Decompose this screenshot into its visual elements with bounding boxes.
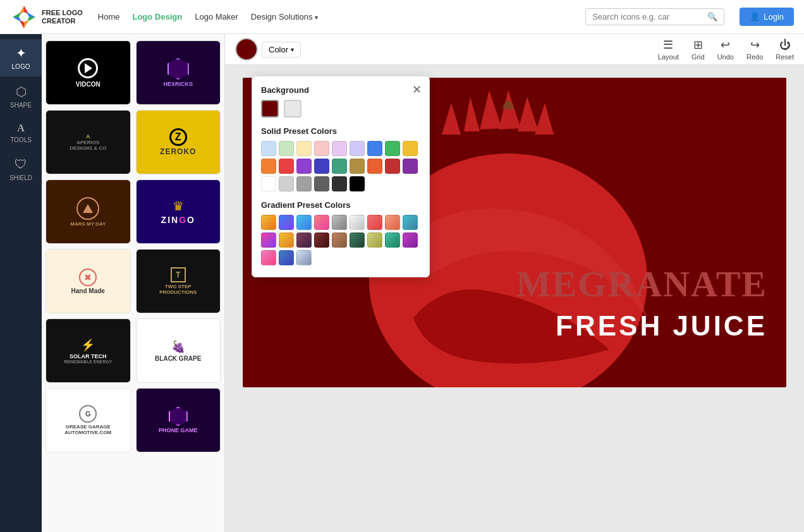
login-button[interactable]: 👤 Login: [740, 8, 794, 26]
undo-icon: ↩: [721, 38, 730, 52]
color-label-button[interactable]: Color ▾: [262, 42, 301, 57]
nav-home[interactable]: Home: [98, 12, 120, 21]
grid-icon: ⊞: [693, 38, 703, 52]
solid-color-dot[interactable]: [350, 159, 365, 174]
gradient-color-dot[interactable]: [261, 250, 276, 265]
search-bar[interactable]: 🔍: [585, 8, 724, 25]
template-grease[interactable]: G GREASE GARAGEAUTOMOTIVE.COM: [46, 388, 131, 452]
template-vidcon[interactable]: VIDCON: [46, 40, 131, 105]
nav-design-solutions[interactable]: Design Solutions ▾: [251, 12, 318, 21]
gradient-color-dot[interactable]: [350, 215, 365, 230]
template-blackgrape[interactable]: 🍇 BLACK GRAPE: [136, 318, 221, 383]
solid-color-dot[interactable]: [314, 141, 329, 156]
solid-color-dot[interactable]: [403, 159, 418, 174]
gradient-color-dot[interactable]: [296, 215, 312, 230]
gradient-color-dot[interactable]: [279, 215, 294, 230]
background-swatches: [261, 100, 420, 118]
solid-color-dot[interactable]: [350, 176, 365, 191]
solid-color-dot[interactable]: [261, 159, 276, 174]
gradient-color-dot[interactable]: [261, 233, 276, 248]
solid-color-dot[interactable]: [385, 141, 400, 156]
svg-marker-11: [464, 97, 480, 131]
template-handmade[interactable]: ✖ Hand Made: [46, 249, 131, 313]
gradient-color-dot[interactable]: [279, 233, 294, 248]
template-phonegame[interactable]: PHONE GAME: [136, 388, 221, 452]
template-zingo[interactable]: ♛ ZINGO: [136, 179, 221, 244]
popup-close-button[interactable]: ✕: [412, 83, 422, 97]
solid-colors-title: Solid Preset Colors: [261, 126, 420, 136]
solid-color-dot[interactable]: [296, 176, 312, 191]
solid-color-dot[interactable]: [296, 141, 312, 156]
undo-button[interactable]: ↩ Undo: [717, 38, 734, 61]
background-section-title: Background: [261, 85, 420, 95]
gradient-color-dot[interactable]: [314, 215, 329, 230]
template-zeroko[interactable]: Z ZEROKO: [136, 110, 221, 174]
solid-color-dot[interactable]: [332, 141, 347, 156]
svg-marker-13: [499, 90, 521, 130]
solid-color-dot[interactable]: [367, 159, 382, 174]
template-hexricks[interactable]: HEXRICKS: [136, 40, 221, 105]
gradient-color-dot[interactable]: [314, 233, 329, 248]
gradient-color-dot[interactable]: [332, 215, 347, 230]
gradient-color-dot[interactable]: [350, 233, 365, 248]
solid-color-dot[interactable]: [314, 159, 329, 174]
gradient-color-dot[interactable]: [332, 233, 347, 248]
gradient-color-dot[interactable]: [367, 233, 382, 248]
sidebar-item-logo[interactable]: ✦ LOGO: [0, 39, 42, 76]
solid-color-dot[interactable]: [261, 176, 276, 191]
template-solartech[interactable]: ⚡ SOLAR TECH RENEWABLE ENERGY: [46, 318, 131, 383]
solid-color-dot[interactable]: [279, 159, 294, 174]
template-mars[interactable]: MARS MY DAY: [46, 179, 131, 244]
solid-color-dot[interactable]: [261, 141, 276, 156]
reset-button[interactable]: ⏻ Reset: [776, 39, 794, 61]
nav-logo-design[interactable]: Logo Design: [132, 12, 182, 21]
solid-color-dot[interactable]: [350, 141, 365, 156]
solid-color-dot[interactable]: [367, 141, 382, 156]
solid-color-dot[interactable]: [332, 159, 347, 174]
templates-panel: VIDCON HEXRICKS A APERIOSDESIGNS &: [42, 34, 225, 532]
gradient-color-dot[interactable]: [261, 215, 276, 230]
reset-icon: ⏻: [779, 39, 791, 52]
shield-icon: 🛡: [15, 157, 27, 172]
layout-label: Layout: [658, 53, 679, 61]
gradient-color-dot[interactable]: [385, 215, 400, 230]
tools-icon: A: [17, 123, 25, 134]
gradient-color-dot[interactable]: [403, 215, 418, 230]
svg-point-9: [21, 14, 27, 20]
template-twostep[interactable]: T TWO STEPPRODUCTIONS: [136, 249, 221, 313]
canvas-toolbar: Color ▾ ☰ Layout ⊞ Grid ↩ Undo ↪: [225, 34, 804, 65]
solid-color-dot[interactable]: [296, 159, 312, 174]
sidebar-item-shield[interactable]: 🛡 SHIELD: [0, 151, 42, 188]
solid-color-dot[interactable]: [403, 141, 418, 156]
top-navigation: FREE LOGO CREATOR Home Logo Design Logo …: [0, 0, 804, 34]
brand-logo[interactable]: FREE LOGO CREATOR: [10, 3, 83, 31]
template-aperios[interactable]: A APERIOSDESIGNS & CO: [46, 110, 131, 174]
grid-button[interactable]: ⊞ Grid: [691, 38, 705, 61]
solid-color-dot[interactable]: [314, 176, 329, 191]
redo-label: Redo: [746, 53, 763, 61]
solid-color-dot[interactable]: [279, 141, 294, 156]
solid-color-dot[interactable]: [279, 176, 294, 191]
layout-icon: ☰: [663, 38, 673, 52]
bg-swatch-dark[interactable]: [261, 100, 279, 118]
gradient-color-dot[interactable]: [279, 250, 294, 265]
gradient-color-dot[interactable]: [403, 233, 418, 248]
gradient-color-dot[interactable]: [367, 215, 382, 230]
gradient-color-grid: [261, 215, 420, 265]
solid-color-dot[interactable]: [385, 159, 400, 174]
gradient-color-dot[interactable]: [296, 250, 312, 265]
sidebar-item-shape[interactable]: ⬡ SHAPE: [0, 78, 42, 115]
nav-logo-maker[interactable]: Logo Maker: [195, 12, 238, 21]
bg-swatch-light[interactable]: [284, 100, 302, 118]
redo-button[interactable]: ↪ Redo: [746, 38, 763, 61]
color-swatch-button[interactable]: [235, 38, 258, 61]
search-icon: 🔍: [707, 12, 717, 21]
left-sidebar: ✦ LOGO ⬡ SHAPE A TOOLS 🛡 SHIELD: [0, 34, 42, 532]
templates-grid: VIDCON HEXRICKS A APERIOSDESIGNS &: [46, 40, 221, 452]
search-input[interactable]: [592, 12, 702, 21]
layout-button[interactable]: ☰ Layout: [658, 38, 679, 61]
gradient-color-dot[interactable]: [296, 233, 312, 248]
gradient-color-dot[interactable]: [385, 233, 400, 248]
solid-color-dot[interactable]: [332, 176, 347, 191]
sidebar-item-tools[interactable]: A TOOLS: [0, 116, 42, 150]
